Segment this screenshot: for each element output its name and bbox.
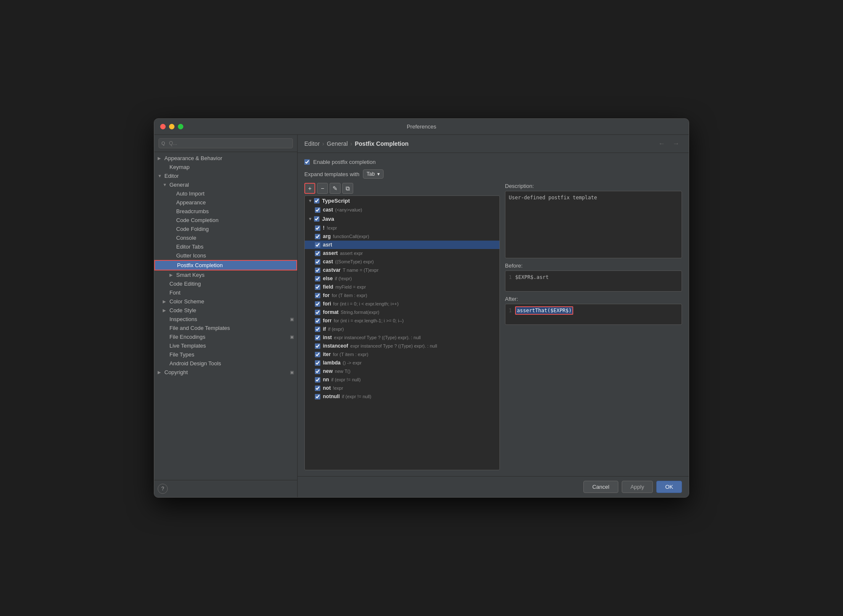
- tpl-j-forr[interactable]: forr for (int i = expr.length-1; i >= 0;…: [305, 316, 499, 325]
- sidebar-item-android-design-tools[interactable]: Android Design Tools: [154, 359, 297, 368]
- enable-postfix-row: Enable postfix completion: [304, 159, 682, 165]
- badge-icon: ▣: [290, 370, 294, 375]
- tpl-j-fori[interactable]: fori for (int i = 0; i < expr.length; i+…: [305, 300, 499, 308]
- description-box: User-defined postfix template: [505, 191, 682, 258]
- tpl-j-inst[interactable]: inst expr instanceof Type ? ((Type) expr…: [305, 333, 499, 342]
- sidebar-item-appearance[interactable]: Appearance: [154, 198, 297, 207]
- tpl-checkbox[interactable]: [315, 268, 320, 273]
- tpl-checkbox[interactable]: [315, 301, 320, 307]
- tpl-j-instanceof[interactable]: instanceof expr instanceof Type ? ((Type…: [305, 342, 499, 350]
- tpl-checkbox[interactable]: [315, 284, 320, 290]
- sidebar-item-code-folding[interactable]: Code Folding: [154, 225, 297, 233]
- sidebar-item-auto-import[interactable]: Auto Import: [154, 189, 297, 198]
- sidebar-item-general[interactable]: ▼ General: [154, 180, 297, 189]
- sidebar-item-editor[interactable]: ▼ Editor: [154, 171, 297, 180]
- sidebar-item-file-types[interactable]: File Types: [154, 350, 297, 359]
- tpl-j-not[interactable]: ! !expr: [305, 224, 499, 232]
- tpl-checkbox[interactable]: [315, 310, 320, 315]
- sidebar-item-copyright[interactable]: ▶ Copyright ▣: [154, 368, 297, 377]
- tpl-desc: for (int i = expr.length-1; i >= 0; i--): [334, 318, 404, 323]
- tpl-checkbox[interactable]: [315, 242, 320, 248]
- nav-forward-button[interactable]: →: [670, 139, 682, 148]
- tpl-checkbox[interactable]: [315, 234, 320, 239]
- tpl-checkbox[interactable]: [315, 360, 320, 366]
- enable-postfix-checkbox[interactable]: [304, 159, 310, 165]
- sidebar-item-color-scheme[interactable]: ▶ Color Scheme: [154, 297, 297, 306]
- tpl-j-new[interactable]: new new T(): [305, 367, 499, 375]
- tpl-j-castvar[interactable]: castvar T name = (T)expr: [305, 266, 499, 274]
- tpl-j-if[interactable]: if if (expr): [305, 325, 499, 333]
- ok-button[interactable]: OK: [656, 481, 682, 493]
- tpl-checkbox[interactable]: [315, 293, 320, 298]
- tpl-checkbox[interactable]: [315, 251, 320, 256]
- sidebar-item-code-completion[interactable]: Code Completion: [154, 216, 297, 225]
- tpl-j-lambda[interactable]: lambda () -> expr: [305, 359, 499, 367]
- sidebar-item-code-editing[interactable]: Code Editing: [154, 279, 297, 288]
- tpl-j-else[interactable]: else if (!expr): [305, 274, 499, 283]
- java-section-checkbox[interactable]: [314, 216, 319, 222]
- sidebar-item-gutter-icons[interactable]: Gutter Icons: [154, 251, 297, 260]
- close-button[interactable]: [160, 124, 166, 129]
- tpl-checkbox[interactable]: [315, 377, 320, 383]
- tpl-checkbox[interactable]: [315, 207, 320, 213]
- tpl-checkbox[interactable]: [315, 259, 320, 265]
- add-button[interactable]: +: [304, 183, 315, 194]
- tpl-ts-cast[interactable]: cast (<any>value): [305, 206, 499, 214]
- tpl-j-iter[interactable]: iter for (T item : expr): [305, 350, 499, 359]
- remove-button[interactable]: −: [317, 183, 328, 194]
- tpl-j-arg[interactable]: arg functionCall(expr): [305, 232, 499, 241]
- sidebar-item-label: Smart Keys: [176, 272, 294, 278]
- tpl-j-field[interactable]: field myField = expr: [305, 283, 499, 291]
- section-typescript[interactable]: ▼ TypeScript: [305, 196, 499, 206]
- sidebar-item-breadcrumbs[interactable]: Breadcrumbs: [154, 207, 297, 216]
- sidebar-item-postfix-completion[interactable]: Postfix Completion: [154, 260, 297, 271]
- apply-button[interactable]: Apply: [622, 481, 653, 493]
- tpl-checkbox[interactable]: [315, 386, 320, 391]
- search-input[interactable]: [158, 138, 293, 148]
- tpl-checkbox[interactable]: [315, 327, 320, 332]
- tpl-j-notnull[interactable]: notnull if (expr != null): [305, 392, 499, 401]
- tpl-j-cast[interactable]: cast ((SomeType) expr): [305, 257, 499, 266]
- templates-list[interactable]: ▼ TypeScript cast (<any>value): [304, 196, 500, 470]
- tpl-checkbox[interactable]: [315, 352, 320, 357]
- sidebar-item-inspections[interactable]: Inspections ▣: [154, 315, 297, 324]
- typescript-section-checkbox[interactable]: [314, 198, 319, 204]
- help-button[interactable]: ?: [158, 484, 168, 494]
- sidebar-item-editor-tabs[interactable]: Editor Tabs: [154, 242, 297, 251]
- sidebar-item-code-style[interactable]: ▶ Code Style: [154, 306, 297, 315]
- sidebar-item-file-code-templates[interactable]: File and Code Templates: [154, 324, 297, 332]
- tpl-j-not[interactable]: not !expr: [305, 384, 499, 392]
- sidebar-item-smart-keys[interactable]: ▶ Smart Keys: [154, 271, 297, 279]
- tpl-checkbox[interactable]: [315, 369, 320, 374]
- tpl-checkbox[interactable]: [315, 276, 320, 281]
- tpl-j-nn[interactable]: nn if (expr != null): [305, 375, 499, 384]
- sidebar-item-label: Console: [176, 235, 294, 241]
- tpl-j-for[interactable]: for for (T item : expr): [305, 291, 499, 300]
- tpl-checkbox[interactable]: [315, 335, 320, 340]
- tpl-name: cast: [323, 207, 333, 213]
- section-java[interactable]: ▼ Java: [305, 214, 499, 224]
- sidebar-item-console[interactable]: Console: [154, 233, 297, 242]
- sidebar-item-keymap[interactable]: Keymap: [154, 163, 297, 171]
- maximize-button[interactable]: [178, 124, 183, 129]
- tpl-checkbox[interactable]: [315, 318, 320, 324]
- sidebar-item-font[interactable]: Font: [154, 288, 297, 297]
- cancel-button[interactable]: Cancel: [583, 481, 618, 493]
- chevron-down-icon: ▼: [163, 182, 169, 187]
- sidebar-item-label: Font: [169, 289, 294, 296]
- tpl-j-assert[interactable]: assert assert expr: [305, 249, 499, 257]
- nav-back-button[interactable]: ←: [656, 139, 668, 148]
- sidebar-item-appearance-behavior[interactable]: ▶ Appearance & Behavior: [154, 154, 297, 163]
- sidebar-item-live-templates[interactable]: Live Templates: [154, 341, 297, 350]
- sidebar-item-label: Code Folding: [176, 226, 294, 232]
- minimize-button[interactable]: [169, 124, 175, 129]
- expand-dropdown[interactable]: Tab ▾: [363, 169, 384, 179]
- tpl-checkbox[interactable]: [315, 394, 320, 399]
- tpl-j-asrt[interactable]: asrt: [305, 241, 499, 249]
- tpl-j-format[interactable]: format String.format(expr): [305, 308, 499, 316]
- tpl-checkbox[interactable]: [315, 225, 320, 231]
- edit-button[interactable]: ✎: [330, 183, 341, 194]
- copy-button[interactable]: ⧉: [342, 183, 353, 194]
- tpl-checkbox[interactable]: [315, 343, 320, 349]
- sidebar-item-file-encodings[interactable]: File Encodings ▣: [154, 332, 297, 341]
